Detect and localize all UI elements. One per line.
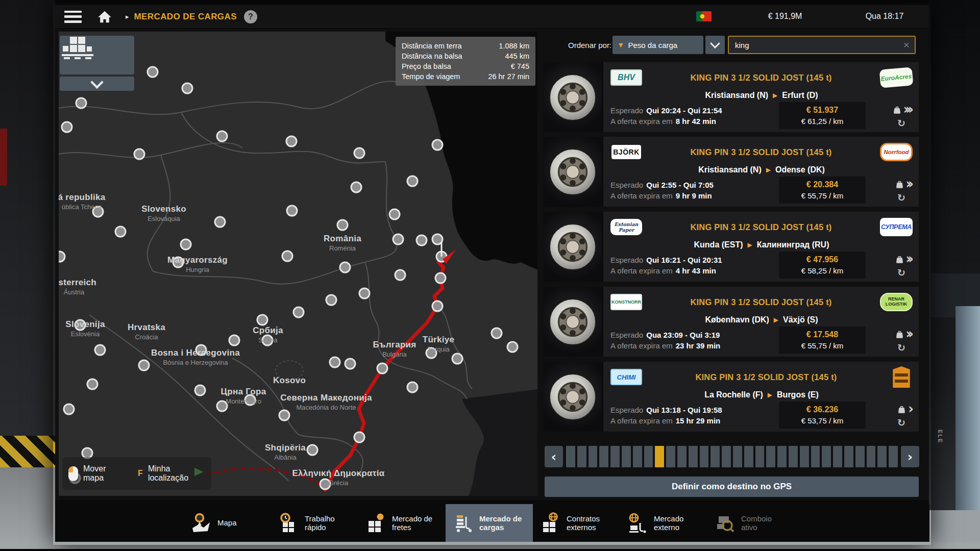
expected-time: Qua 23:09 - Qui 3:19 bbox=[646, 331, 720, 339]
page-segment[interactable] bbox=[733, 446, 742, 467]
page-segment[interactable] bbox=[777, 446, 787, 467]
sort-expand-button[interactable] bbox=[705, 36, 725, 54]
nav-item-mercado-de-fretes[interactable]: Mercado de fretes bbox=[358, 504, 446, 542]
origin-city: Kunda (EST) bbox=[694, 240, 743, 249]
return-loop-icon: ↻ bbox=[897, 193, 913, 202]
page-segment[interactable] bbox=[677, 446, 687, 467]
price-per-km: € 58,25 / km bbox=[784, 265, 861, 276]
page-segment[interactable] bbox=[610, 446, 620, 467]
set-gps-destination-button[interactable]: Definir como destino no GPS bbox=[545, 477, 919, 497]
city-dot bbox=[354, 432, 364, 442]
page-segment[interactable] bbox=[833, 446, 842, 467]
info-label: Preço da balsa bbox=[402, 61, 451, 71]
cargo-image bbox=[544, 287, 603, 357]
scene-wall-text: ELE bbox=[937, 430, 943, 443]
cargo-offer-row[interactable]: KONSTNORR KING PIN 3 1/2 SOLID JOST (145… bbox=[544, 287, 919, 357]
page-segment[interactable] bbox=[822, 446, 831, 467]
city-dot bbox=[452, 354, 462, 364]
page-segment[interactable] bbox=[622, 446, 631, 467]
cargo-offer-row[interactable]: CHIMI KING PIN 3 1/2 SOLID JOST (145 t) … bbox=[544, 362, 919, 432]
nav-item-trabalho-rapido[interactable]: Trabalho rápido bbox=[271, 504, 358, 542]
page-segment[interactable] bbox=[800, 446, 809, 467]
route-arrow-icon: ▶ bbox=[748, 241, 752, 248]
page-segment[interactable] bbox=[844, 446, 853, 467]
city-dot bbox=[217, 401, 227, 411]
city-dot bbox=[351, 182, 361, 192]
heavy-weight-icon bbox=[895, 255, 904, 264]
menu-icon[interactable] bbox=[64, 11, 82, 23]
page-segment[interactable] bbox=[789, 446, 798, 467]
page-segment[interactable] bbox=[766, 446, 775, 467]
page-segment[interactable] bbox=[710, 446, 720, 467]
page-segment[interactable] bbox=[867, 446, 876, 467]
return-loop-icon: ↻ bbox=[897, 118, 913, 128]
urgency-chevrons-icon: ›› bbox=[906, 179, 913, 189]
external-contracts-icon bbox=[539, 512, 561, 534]
country-borders bbox=[59, 52, 472, 481]
city-dot bbox=[279, 410, 289, 420]
route: Kristiansand (N) ▶ Erfurt (D) bbox=[610, 89, 913, 102]
help-icon[interactable]: ? bbox=[244, 10, 257, 23]
map-controls: Mover mapa F Minha localização bbox=[62, 457, 211, 490]
receiver-company-logo: EuroAcres bbox=[879, 67, 914, 88]
map-icon bbox=[190, 512, 212, 534]
sort-dropdown[interactable]: ▼ Peso da carga bbox=[612, 36, 703, 54]
cargo-offer-row[interactable]: Estonian Paper KING PIN 3 1/2 SOLID JOST… bbox=[544, 212, 919, 282]
search-input[interactable] bbox=[729, 41, 903, 49]
page-segment[interactable] bbox=[811, 446, 820, 467]
nav-item-mapa[interactable]: Mapa bbox=[184, 504, 271, 542]
page-segment[interactable] bbox=[566, 446, 575, 467]
page-segment[interactable] bbox=[599, 446, 608, 467]
page-segment[interactable] bbox=[589, 446, 598, 467]
clear-search-icon[interactable]: × bbox=[903, 39, 910, 51]
page-segment[interactable] bbox=[644, 446, 653, 467]
page-segment-active[interactable] bbox=[655, 446, 664, 467]
cargo-type-button[interactable] bbox=[60, 36, 134, 74]
page-segment[interactable] bbox=[722, 446, 731, 467]
page-segment[interactable] bbox=[700, 446, 709, 467]
page-segment[interactable] bbox=[855, 446, 865, 467]
price-per-km: € 61,25 / km bbox=[784, 116, 861, 127]
player-money: € 191,9M bbox=[739, 12, 831, 21]
page-segment[interactable] bbox=[744, 446, 753, 467]
next-page-button[interactable]: › bbox=[901, 446, 919, 467]
cargo-image bbox=[544, 212, 603, 282]
expected-time: Qui 13:18 - Qui 19:58 bbox=[646, 406, 722, 414]
cargo-offer-row[interactable]: BJÖRK KING PIN 3 1/2 SOLID JOST (145 t) … bbox=[544, 137, 919, 207]
city-dot bbox=[87, 379, 97, 389]
city-dot bbox=[257, 315, 267, 325]
prev-page-button[interactable]: ‹ bbox=[545, 446, 563, 467]
nav-item-contratos-externos[interactable]: Contratos externos bbox=[533, 504, 620, 542]
collapse-button[interactable] bbox=[60, 77, 134, 91]
page-segment[interactable] bbox=[889, 446, 898, 467]
page-segment[interactable] bbox=[689, 446, 698, 467]
city-dot bbox=[134, 149, 144, 159]
expires-label: A oferta expira em bbox=[610, 416, 673, 425]
urgency-chevrons-icon: ››› bbox=[903, 104, 913, 114]
origin-city: La Rochelle (F) bbox=[704, 390, 763, 399]
nav-label: Mercado de cargas bbox=[479, 514, 526, 532]
expires-label: A oferta expira em bbox=[610, 191, 673, 200]
home-icon[interactable] bbox=[96, 9, 113, 24]
route: La Rochelle (F) ▶ Burgos (E) bbox=[610, 388, 913, 402]
origin-city: Kristiansand (N) bbox=[698, 165, 762, 174]
nav-item-mercado-de-cargas[interactable]: Mercado de cargas bbox=[446, 504, 533, 542]
route-arrow-icon: ▶ bbox=[774, 316, 778, 323]
cargo-offer-row[interactable]: BHV KING PIN 3 1/2 SOLID JOST (145 t) Eu… bbox=[544, 62, 919, 132]
page-segment[interactable] bbox=[577, 446, 586, 467]
top-bar: ▸ MERCADO DE CARGAS ? € 191,9M Qua 18:17 bbox=[55, 5, 929, 28]
offer-price: € 36.236 bbox=[784, 404, 861, 415]
world-map[interactable]: á republikaública TchecaSlovenskoEslováq… bbox=[59, 32, 537, 496]
receiver-company-logo bbox=[890, 366, 913, 388]
page-segment[interactable] bbox=[755, 446, 765, 467]
page-segment[interactable] bbox=[666, 446, 675, 467]
cargo-title: KING PIN 3 1/2 SOLID JOST (145 t) bbox=[642, 372, 890, 382]
nav-item-mercado-externo[interactable]: Mercado externo bbox=[620, 504, 707, 542]
page-segment[interactable] bbox=[633, 446, 642, 467]
price-per-km: € 55,75 / km bbox=[784, 190, 861, 201]
city-dot bbox=[492, 328, 502, 338]
page-segment[interactable] bbox=[877, 446, 887, 467]
city-dot bbox=[345, 359, 355, 369]
city-dot bbox=[432, 301, 443, 311]
info-value: 445 km bbox=[505, 51, 529, 61]
